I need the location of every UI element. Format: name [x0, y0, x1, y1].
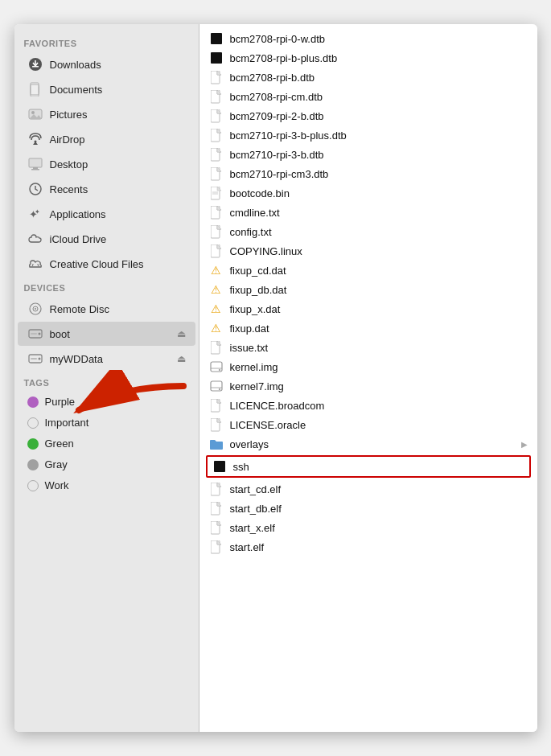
file-name: cmdline.txt: [230, 207, 528, 219]
list-item[interactable]: ⚠fixup_db.dat: [199, 280, 537, 299]
sidebar-item-remote-disc[interactable]: Remote Disc: [18, 297, 195, 321]
mywddata-eject-button[interactable]: ⏏: [174, 351, 189, 366]
file-name: issue.txt: [230, 342, 528, 354]
sidebar-item-airdrop[interactable]: AirDrop: [18, 127, 195, 151]
file-name: bcm2708-rpi-cm.dtb: [230, 91, 528, 103]
sidebar-item-documents[interactable]: Documents: [18, 77, 195, 101]
sidebar-label-recents: Recents: [50, 183, 88, 195]
sidebar-label-documents: Documents: [50, 84, 103, 96]
list-item[interactable]: ⚠fixup.dat: [199, 318, 537, 338]
list-item[interactable]: ⚠fixup_x.dat: [199, 299, 537, 318]
svg-text:✦: ✦: [35, 208, 40, 216]
svg-point-24: [38, 358, 40, 360]
file-name: kernel7.img: [230, 380, 528, 392]
svg-point-10: [34, 141, 36, 143]
sidebar-item-desktop[interactable]: Desktop: [18, 152, 195, 176]
sidebar-item-pictures[interactable]: Pictures: [18, 102, 195, 126]
list-item[interactable]: cmdline.txt: [199, 203, 537, 222]
sidebar-label-airdrop: AirDrop: [50, 134, 85, 146]
list-item[interactable]: start_x.elf: [199, 518, 537, 537]
svg-rect-22: [31, 333, 37, 335]
sidebar-item-boot[interactable]: boot ⏏: [18, 322, 195, 346]
list-item[interactable]: bcm2708-rpi-cm.dtb: [199, 87, 537, 106]
svg-rect-3: [35, 60, 36, 65]
list-item[interactable]: bcm2710-rpi-3-b.dtb: [199, 145, 537, 164]
sidebar-label-applications: Applications: [50, 208, 106, 220]
list-item[interactable]: overlays▶: [199, 434, 537, 454]
list-item[interactable]: config.txt: [199, 222, 537, 241]
sidebar-item-downloads[interactable]: Downloads: [18, 52, 195, 76]
mywddata-drive-icon: [27, 351, 43, 367]
file-icon: [209, 70, 224, 84]
list-item[interactable]: bcm2709-rpi-2-b.dtb: [199, 106, 537, 125]
list-item[interactable]: bcm2708-rpi-0-w.dtb: [199, 29, 537, 48]
sidebar-label-desktop: Desktop: [50, 158, 88, 171]
list-item[interactable]: start.elf: [199, 537, 537, 557]
list-item[interactable]: LICENSE.oracle: [199, 415, 537, 434]
sidebar: Favorites Downloads: [14, 24, 199, 732]
list-item[interactable]: kernel.img: [199, 357, 537, 376]
file-name: fixup.dat: [230, 323, 528, 335]
sidebar-item-tag-gray[interactable]: Gray: [18, 454, 195, 475]
work-tag-dot: [27, 480, 39, 491]
file-icon: [209, 398, 224, 413]
file-icon: ⚠: [209, 302, 224, 316]
file-icon: [209, 417, 224, 432]
svg-rect-12: [33, 167, 38, 169]
file-name: start_cd.elf: [230, 483, 528, 495]
sidebar-item-tag-work[interactable]: Work: [18, 475, 195, 495]
sidebar-label-work: Work: [45, 479, 69, 491]
sidebar-item-icloud[interactable]: iCloud Drive: [18, 227, 195, 251]
svg-rect-13: [31, 169, 39, 171]
sidebar-item-tag-important[interactable]: Important: [18, 413, 195, 433]
svg-rect-6: [31, 84, 39, 95]
list-item[interactable]: ssh: [208, 457, 529, 476]
sidebar-item-creative-cloud[interactable]: Creative Cloud Files: [18, 252, 195, 276]
file-list: bcm2708-rpi-0-w.dtbbcm2708-rpi-b-plus.dt…: [199, 24, 537, 732]
sidebar-item-tag-green[interactable]: Green: [18, 433, 195, 454]
file-name: bootcode.bin: [230, 187, 528, 199]
file-icon: [212, 459, 227, 474]
list-item[interactable]: ⚠fixup_cd.dat: [199, 261, 537, 280]
file-name: start_x.elf: [230, 522, 528, 534]
sidebar-item-applications[interactable]: ✦ ✦ Applications: [18, 202, 195, 226]
file-icon: ⚠: [209, 263, 224, 277]
sidebar-label-gray: Gray: [45, 458, 68, 470]
file-icon: [209, 166, 224, 181]
file-name: LICENCE.broadcom: [230, 400, 528, 412]
documents-icon: [27, 81, 43, 97]
list-item[interactable]: start_cd.elf: [199, 479, 537, 499]
list-item[interactable]: bcm2710-rpi-3-b-plus.dtb: [199, 125, 537, 145]
file-name: COPYING.linux: [230, 245, 528, 257]
sidebar-item-recents[interactable]: Recents: [18, 177, 195, 201]
list-item[interactable]: bootcode.bin: [199, 183, 537, 203]
sidebar-item-mywddata[interactable]: myWDData ⏏: [18, 347, 195, 371]
purple-tag-dot: [27, 396, 39, 408]
file-name: bcm2710-rpi-3-b.dtb: [230, 149, 528, 161]
boot-eject-button[interactable]: ⏏: [174, 327, 189, 341]
sidebar-item-tag-purple[interactable]: Purple: [18, 392, 195, 412]
chevron-right-icon: ▶: [521, 440, 528, 449]
file-name: bcm2708-rpi-0-w.dtb: [230, 33, 528, 45]
file-icon: [209, 224, 224, 239]
sidebar-label-pictures: Pictures: [50, 109, 88, 121]
list-item[interactable]: LICENCE.broadcom: [199, 396, 537, 415]
remote-disc-icon: [27, 301, 43, 317]
list-item[interactable]: issue.txt: [199, 338, 537, 357]
list-item[interactable]: start_db.elf: [199, 499, 537, 518]
file-icon: [209, 109, 224, 123]
file-name: ssh: [233, 461, 524, 473]
file-name: bcm2710-rpi-cm3.dtb: [230, 168, 528, 180]
sidebar-label-important: Important: [45, 417, 89, 429]
list-item[interactable]: COPYING.linux: [199, 241, 537, 261]
list-item[interactable]: bcm2708-rpi-b.dtb: [199, 68, 537, 87]
list-item[interactable]: bcm2708-rpi-b-plus.dtb: [199, 48, 537, 68]
sidebar-label-downloads: Downloads: [50, 59, 101, 71]
svg-point-19: [35, 308, 36, 310]
file-icon: [209, 379, 224, 393]
list-item[interactable]: kernel7.img: [199, 376, 537, 396]
gray-tag-dot: [27, 459, 39, 470]
list-item[interactable]: bcm2710-rpi-cm3.dtb: [199, 164, 537, 183]
file-icon: ⚠: [209, 321, 224, 335]
green-tag-dot: [27, 438, 39, 450]
